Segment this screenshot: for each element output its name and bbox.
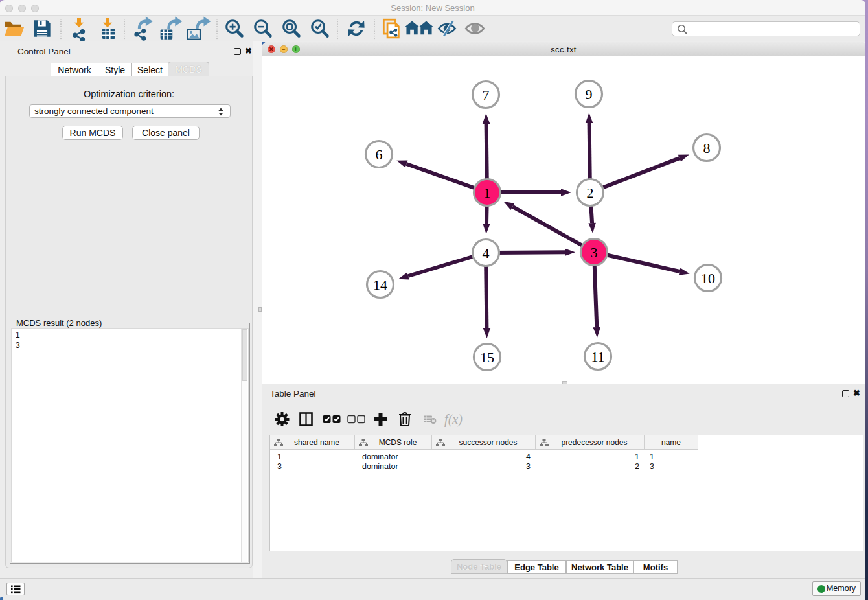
svg-text:10: 10 [701, 270, 715, 286]
svg-text:15: 15 [480, 349, 494, 365]
svg-text:2: 2 [587, 185, 594, 201]
svg-text:1: 1 [484, 185, 491, 201]
svg-text:3: 3 [591, 244, 598, 260]
svg-text:f(x): f(x) [444, 412, 463, 427]
svg-text:8: 8 [703, 140, 711, 156]
svg-text:9: 9 [586, 86, 593, 102]
svg-text:4: 4 [483, 245, 490, 261]
svg-text:14: 14 [373, 277, 387, 293]
svg-text:7: 7 [483, 87, 490, 103]
svg-text:11: 11 [591, 349, 604, 365]
svg-text:6: 6 [376, 146, 383, 163]
